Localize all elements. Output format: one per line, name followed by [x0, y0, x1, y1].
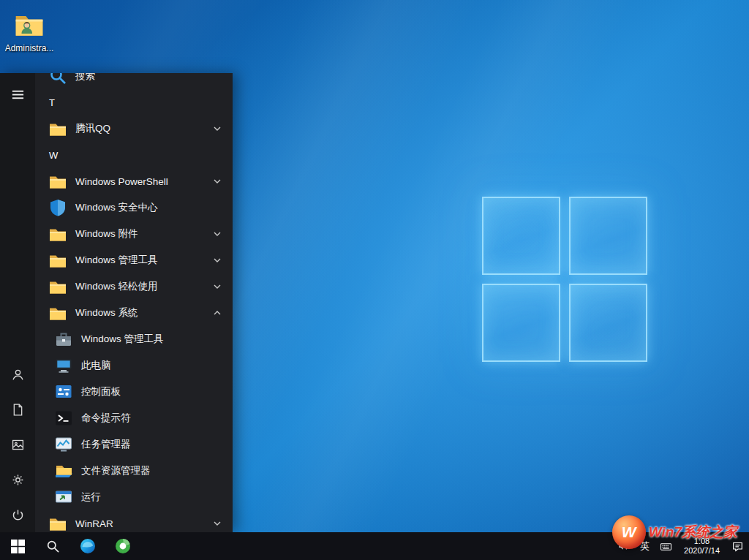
- chevron-up-icon[interactable]: [213, 309, 222, 317]
- start-menu-app-list: 搜索T腾讯QQWWindows PowerShellWindows 安全中心Wi…: [35, 73, 233, 532]
- power-icon: [11, 508, 25, 522]
- user-folder-icon: [12, 9, 46, 41]
- desktop-icon-administrator[interactable]: Administra...: [3, 9, 56, 53]
- cmd-icon: [54, 409, 73, 428]
- this-pc-icon: [54, 356, 73, 375]
- app-label: Windows 系统: [75, 306, 138, 319]
- start-logo-icon: [11, 540, 25, 553]
- app-label: Windows 轻松使用: [75, 280, 158, 293]
- user-icon: [11, 368, 25, 382]
- section-letter: T: [49, 97, 55, 108]
- start-section-header-W[interactable]: W: [35, 142, 233, 168]
- start-menu-hamburger-button[interactable]: [0, 77, 35, 112]
- desktop-icon-label: Administra...: [5, 43, 54, 53]
- ime-language-label: 英: [640, 540, 650, 553]
- folder-icon: [48, 224, 67, 243]
- start-item-task-manager[interactable]: 任务管理器: [35, 431, 233, 458]
- rail-settings-button[interactable]: [0, 462, 35, 497]
- clock-time: 1:08: [694, 537, 710, 546]
- start-item-windows-system[interactable]: Windows 系统: [35, 300, 233, 326]
- rail-account-button[interactable]: [0, 357, 35, 392]
- windows-logo-pane: [482, 284, 560, 362]
- edge-icon: [79, 537, 97, 555]
- document-icon: [11, 403, 25, 417]
- chevron-down-icon[interactable]: [213, 282, 222, 291]
- green-browser-icon: [114, 537, 132, 555]
- volume-button[interactable]: [612, 532, 635, 560]
- folder-icon: [48, 119, 67, 138]
- app-label: Windows 管理工具: [81, 333, 164, 346]
- clock-date: 2020/7/14: [684, 546, 720, 556]
- app-label: 控制面板: [81, 385, 121, 398]
- start-button[interactable]: [0, 532, 35, 560]
- ime-language-button[interactable]: 英: [635, 532, 655, 560]
- control-panel-icon: [54, 382, 73, 401]
- start-item-file-explorer[interactable]: 文件资源管理器: [35, 458, 233, 484]
- shield-icon: [48, 198, 67, 217]
- start-item-winrar[interactable]: WinRAR: [35, 510, 233, 532]
- start-item-command-prompt[interactable]: 命令提示符: [35, 405, 233, 431]
- app-label: 此电脑: [81, 359, 111, 372]
- chevron-down-icon[interactable]: [213, 124, 222, 133]
- app-label: 运行: [81, 491, 101, 504]
- rail-documents-button[interactable]: [0, 392, 35, 427]
- touch-keyboard-button[interactable]: [655, 532, 677, 560]
- taskbar-search-button[interactable]: [35, 532, 70, 560]
- folder-icon: [48, 514, 67, 532]
- system-tray: 英 1:08 2020/7/14: [612, 532, 749, 560]
- start-item-windows-accessories[interactable]: Windows 附件: [35, 221, 233, 247]
- section-letter: W: [49, 150, 58, 161]
- windows-logo-pane: [569, 197, 647, 275]
- app-label: 腾讯QQ: [75, 122, 110, 135]
- start-menu-rail: [0, 73, 35, 532]
- taskbar-buttons: [0, 532, 140, 560]
- rail-power-button[interactable]: [0, 497, 35, 532]
- wallpaper-windows-logo: [482, 197, 647, 362]
- rail-top-group: [0, 77, 35, 112]
- folder-icon: [48, 277, 67, 296]
- run-icon: [54, 488, 73, 507]
- app-label: Windows 管理工具: [75, 254, 158, 267]
- start-menu: 搜索T腾讯QQWWindows PowerShellWindows 安全中心Wi…: [0, 73, 233, 532]
- start-item-admin-tools[interactable]: Windows 管理工具: [35, 326, 233, 352]
- pictures-icon: [11, 438, 25, 452]
- app-label: 搜索: [75, 73, 95, 83]
- start-item-tencent-qq[interactable]: 腾讯QQ: [35, 116, 233, 142]
- start-item-windows-ease-access[interactable]: Windows 轻松使用: [35, 273, 233, 300]
- gear-icon: [11, 473, 25, 487]
- action-center-icon: [731, 540, 744, 553]
- taskbar-clock[interactable]: 1:08 2020/7/14: [677, 532, 726, 560]
- app-label: WinRAR: [75, 518, 113, 529]
- start-item-windows-admin-tools[interactable]: Windows 管理工具: [35, 247, 233, 273]
- app-label: Windows 附件: [75, 227, 138, 241]
- task-manager-icon: [54, 435, 73, 454]
- chevron-down-icon[interactable]: [213, 519, 222, 528]
- start-item-this-pc[interactable]: 此电脑: [35, 352, 233, 379]
- start-item-windows-security[interactable]: Windows 安全中心: [35, 194, 233, 221]
- search-outline-icon: [46, 540, 60, 553]
- app-label: 文件资源管理器: [81, 464, 151, 477]
- windows-logo-pane: [569, 284, 647, 362]
- volume-icon: [617, 540, 630, 553]
- chevron-down-icon[interactable]: [213, 230, 222, 238]
- start-item-search[interactable]: 搜索: [35, 73, 233, 89]
- app-label: Windows 安全中心: [75, 201, 158, 214]
- admin-tools-icon: [54, 330, 73, 349]
- edge-browser-button[interactable]: [70, 532, 105, 560]
- start-item-run[interactable]: 运行: [35, 484, 233, 510]
- taskbar: 英 1:08 2020/7/14: [0, 532, 749, 560]
- green-browser-button[interactable]: [105, 532, 140, 560]
- app-label: 命令提示符: [81, 412, 131, 425]
- chevron-down-icon[interactable]: [213, 256, 222, 265]
- start-item-windows-powershell[interactable]: Windows PowerShell: [35, 168, 233, 194]
- action-center-button[interactable]: [726, 532, 749, 560]
- start-item-control-panel[interactable]: 控制面板: [35, 379, 233, 405]
- folder-icon: [48, 172, 67, 191]
- folder-icon: [48, 251, 67, 270]
- start-section-header-T[interactable]: T: [35, 89, 233, 116]
- hamburger-icon: [11, 88, 25, 102]
- touch-keyboard-icon: [660, 540, 672, 553]
- chevron-down-icon[interactable]: [213, 177, 222, 186]
- file-explorer-icon: [54, 461, 73, 480]
- rail-pictures-button[interactable]: [0, 427, 35, 462]
